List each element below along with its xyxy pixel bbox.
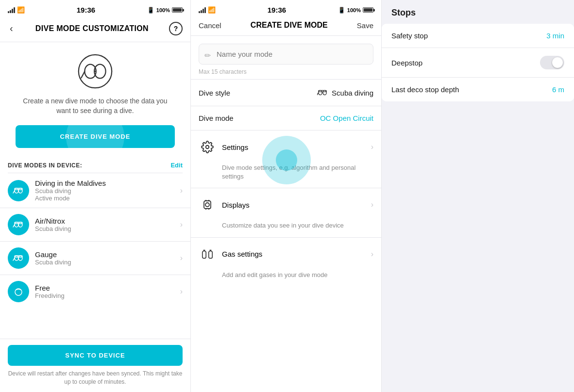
- sync-section: SYNC TO DEVICE Device will restart after…: [0, 339, 190, 392]
- middle-battery: 📱 100%: [338, 7, 373, 14]
- chevron-icon-2: ›: [180, 254, 183, 262]
- safety-stop-row: Safety stop 3 min: [382, 24, 574, 48]
- dive-mode-sub-3: Freediving: [35, 292, 180, 299]
- create-dive-mode-title: CREATE DIVE MODE: [251, 21, 328, 30]
- bluetooth-icon: 📱: [147, 7, 154, 14]
- dive-mode-row: Dive mode OC Open Circuit: [191, 106, 381, 131]
- deepstop-toggle[interactable]: [540, 56, 564, 69]
- svg-point-11: [15, 256, 18, 261]
- displays-menu-top: Displays ›: [191, 188, 381, 221]
- middle-battery-icon: [363, 7, 373, 13]
- hero-section: Create a new dive mode to choose the dat…: [0, 42, 190, 156]
- middle-signal-bars-icon: [199, 7, 206, 13]
- scuba-mask-icon-2: [13, 252, 24, 264]
- svg-point-18: [206, 146, 209, 149]
- sync-note: Device will restart after changes have b…: [8, 370, 183, 386]
- scuba-style-icon: [317, 87, 328, 98]
- deepstop-row: Deepstop: [382, 48, 574, 78]
- left-panel: 📶 19:36 📱 100% ‹ DIVE MODE CUSTOMIZATION…: [0, 0, 191, 392]
- dive-mode-item-2[interactable]: Gauge Scuba diving ›: [0, 242, 190, 275]
- dive-style-value-text: Scuba diving: [332, 89, 373, 97]
- dive-modes-header: DIVE MODES IN DEVICE: Edit: [0, 156, 190, 173]
- svg-point-12: [18, 256, 22, 261]
- dive-style-row: Dive style Scuba diving: [191, 80, 381, 106]
- middle-time: 19:36: [268, 6, 286, 14]
- settings-gear-icon: [199, 138, 216, 156]
- create-dive-mode-button[interactable]: CREATE DIVE MODE: [16, 125, 175, 148]
- safety-stop-label: Safety stop: [391, 32, 428, 40]
- name-input-wrap: ✏: [191, 36, 381, 66]
- svg-rect-7: [15, 188, 22, 190]
- dive-mode-name-3: Free: [35, 284, 180, 292]
- dive-mode-icon-2: [8, 247, 29, 269]
- svg-rect-13: [15, 256, 22, 257]
- svg-point-16: [323, 90, 326, 95]
- dive-mode-info-3: Free Freediving: [35, 284, 180, 299]
- signal-bars-icon: [8, 7, 15, 13]
- help-button[interactable]: ?: [169, 22, 183, 35]
- stops-title: Stops: [382, 0, 574, 24]
- dive-mode-sub-2: Scuba diving: [35, 259, 180, 266]
- dive-mode-sub-0: Scuba diving: [35, 187, 180, 195]
- displays-watch-icon: [199, 196, 216, 213]
- left-time: 19:36: [77, 6, 95, 14]
- sync-button[interactable]: SYNC TO DEVICE: [8, 345, 183, 366]
- gas-settings-description: Add and edit gases in your dive mode: [191, 271, 381, 286]
- save-button[interactable]: Save: [357, 21, 373, 30]
- displays-chevron-icon: ›: [371, 200, 373, 209]
- dive-mode-info-0: Diving in the Maldives Scuba diving Acti…: [35, 179, 180, 202]
- chevron-icon-3: ›: [180, 287, 183, 296]
- left-nav-bar: ‹ DIVE MODE CUSTOMIZATION ?: [0, 17, 190, 42]
- dive-mode-label: Dive mode: [199, 114, 234, 122]
- dive-style-label: Dive style: [199, 89, 230, 97]
- gas-settings-menu-top: Gas settings ›: [191, 238, 381, 271]
- dive-mode-value: OC Open Circuit: [320, 114, 373, 122]
- chevron-icon-1: ›: [180, 220, 183, 229]
- settings-chevron-icon: ›: [371, 143, 373, 151]
- dive-mode-name-0: Diving in the Maldives: [35, 179, 180, 187]
- middle-nav-bar: Cancel CREATE DIVE MODE Save: [191, 17, 381, 36]
- dive-style-value: Scuba diving: [317, 87, 373, 98]
- dive-mode-info-1: Air/Nitrox Scuba diving: [35, 217, 180, 232]
- dive-mode-item-0[interactable]: Diving in the Maldives Scuba diving Acti…: [0, 173, 190, 208]
- wifi-icon: 📶: [17, 6, 25, 14]
- middle-signal: 📶: [199, 6, 216, 14]
- displays-description: Customize data you see in your dive devi…: [191, 221, 381, 237]
- svg-point-4: [15, 188, 18, 193]
- displays-menu-item[interactable]: Displays › Customize data you see in you…: [191, 188, 381, 237]
- freediving-mask-icon: [13, 286, 24, 297]
- dive-mask-icon: [78, 54, 113, 89]
- dive-mode-info-2: Gauge Scuba diving: [35, 250, 180, 266]
- gas-tanks-icon: [199, 245, 216, 263]
- settings-menu-item[interactable]: Settings › Dive mode settings, e.g. algo…: [191, 131, 381, 188]
- dive-mode-icon-1: [8, 214, 29, 235]
- svg-rect-26: [209, 251, 212, 258]
- back-button[interactable]: ‹: [8, 21, 15, 36]
- edit-button[interactable]: Edit: [170, 162, 183, 169]
- deepstop-label: Deepstop: [391, 59, 422, 67]
- dive-mode-icon-3: [8, 281, 29, 302]
- safety-stop-value: 3 min: [546, 32, 564, 40]
- middle-battery-percent: 100%: [347, 7, 361, 13]
- gas-settings-menu-item[interactable]: Gas settings › Add and edit gases in you…: [191, 238, 381, 286]
- dive-mode-name-1: Air/Nitrox: [35, 217, 180, 225]
- dive-mode-item-1[interactable]: Air/Nitrox Scuba diving ›: [0, 208, 190, 242]
- gas-settings-label: Gas settings: [222, 250, 371, 258]
- svg-point-9: [18, 222, 22, 227]
- last-deco-stop-label: Last deco stop depth: [391, 85, 459, 94]
- svg-rect-25: [203, 251, 206, 258]
- dive-mode-sub-1: Scuba diving: [35, 225, 180, 232]
- cancel-button[interactable]: Cancel: [199, 21, 221, 30]
- dive-mode-item-3[interactable]: Free Freediving ›: [0, 275, 190, 308]
- svg-point-24: [205, 203, 209, 207]
- mode-name-input[interactable]: [199, 44, 373, 65]
- last-deco-stop-value: 6 m: [552, 85, 564, 94]
- middle-wifi-icon: 📶: [208, 6, 216, 14]
- middle-status-bar: 📶 19:36 📱 100%: [191, 0, 381, 17]
- battery-icon: [172, 7, 183, 13]
- stops-list: Safety stop 3 min Deepstop Last deco sto…: [382, 24, 574, 101]
- dive-mode-name-2: Gauge: [35, 250, 180, 259]
- left-battery: 📱 100%: [147, 7, 183, 14]
- svg-point-5: [18, 188, 22, 193]
- battery-percent: 100%: [156, 7, 170, 13]
